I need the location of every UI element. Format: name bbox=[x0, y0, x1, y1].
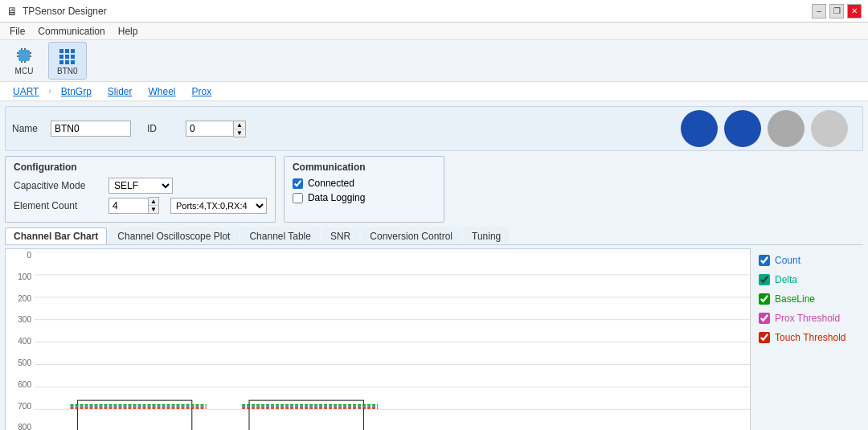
svg-rect-10 bbox=[65, 49, 69, 53]
legend-touch-label: Touch Threshold bbox=[775, 332, 846, 343]
element-count-spinner[interactable]: ▲ ▼ bbox=[108, 197, 159, 214]
y-axis: 1,000 900 800 700 600 500 400 300 200 10… bbox=[6, 249, 35, 430]
count-spin-up[interactable]: ▲ bbox=[149, 198, 158, 206]
connected-checkbox[interactable] bbox=[293, 178, 303, 189]
id-spin-buttons[interactable]: ▲ ▼ bbox=[234, 121, 246, 137]
legend-touch-threshold: Touch Threshold bbox=[759, 332, 855, 343]
id-input[interactable] bbox=[186, 121, 234, 137]
svg-rect-17 bbox=[71, 60, 75, 64]
close-button[interactable]: ✕ bbox=[847, 4, 862, 18]
y-label-600: 600 bbox=[6, 380, 31, 389]
nav-slider[interactable]: Slider bbox=[101, 84, 139, 99]
chart-legend: Count Delta BaseLine Prox Threshold Touc… bbox=[751, 248, 863, 430]
mcu-icon bbox=[14, 46, 34, 65]
capacitive-mode-select[interactable]: SELF bbox=[108, 178, 173, 194]
menu-bar: File Communication Help bbox=[0, 23, 868, 40]
menu-file[interactable]: File bbox=[3, 24, 31, 39]
minimize-button[interactable]: – bbox=[812, 4, 826, 18]
grid-svg bbox=[35, 252, 750, 430]
config-comm-row: Configuration Capacitive Mode SELF Eleme… bbox=[5, 156, 863, 223]
count-spin-down[interactable]: ▼ bbox=[149, 206, 158, 213]
legend-delta-label: Delta bbox=[775, 274, 797, 285]
chart-inner bbox=[35, 252, 750, 430]
nav-wheel[interactable]: Wheel bbox=[142, 84, 182, 99]
legend-count-checkbox[interactable] bbox=[759, 255, 770, 266]
data-logging-label: Data Logging bbox=[308, 192, 365, 203]
svg-rect-9 bbox=[59, 49, 63, 53]
element-count-input[interactable] bbox=[108, 198, 149, 214]
legend-baseline-checkbox[interactable] bbox=[759, 293, 770, 305]
menu-help[interactable]: Help bbox=[112, 24, 145, 39]
element-count-spin-buttons[interactable]: ▲ ▼ bbox=[149, 197, 159, 214]
main-content: Name ID ▲ ▼ Configuration Capaci bbox=[0, 101, 868, 430]
config-box: Configuration Capacitive Mode SELF Eleme… bbox=[5, 156, 276, 223]
y-label-100: 100 bbox=[6, 272, 31, 281]
circle-1 bbox=[681, 110, 718, 147]
btn0-label: BTN0 bbox=[57, 67, 78, 76]
capacitive-mode-label: Capacitive Mode bbox=[14, 180, 102, 191]
chart-container: 1,000 900 800 700 600 500 400 300 200 10… bbox=[5, 248, 751, 430]
tab-tuning[interactable]: Tuning bbox=[463, 227, 510, 244]
y-label-500: 500 bbox=[6, 358, 31, 367]
data-logging-checkbox[interactable] bbox=[293, 193, 303, 203]
legend-count-label: Count bbox=[775, 255, 800, 266]
legend-count: Count bbox=[759, 255, 855, 266]
legend-prox-checkbox[interactable] bbox=[759, 313, 770, 324]
data-logging-row: Data Logging bbox=[293, 192, 436, 203]
id-spinner[interactable]: ▲ ▼ bbox=[186, 121, 246, 137]
chart-area: 1,000 900 800 700 600 500 400 300 200 10… bbox=[5, 248, 863, 430]
circle-3 bbox=[768, 110, 805, 147]
name-field-group: Name bbox=[12, 121, 131, 137]
nav-bar: UART › BtnGrp Slider Wheel Prox bbox=[0, 82, 868, 101]
nav-btngrp[interactable]: BtnGrp bbox=[55, 84, 98, 99]
svg-rect-8 bbox=[24, 61, 26, 63]
mcu-label: MCU bbox=[15, 67, 34, 76]
tab-channel-table[interactable]: Channel Table bbox=[240, 227, 320, 244]
btn0-icon bbox=[58, 46, 77, 65]
id-label: ID bbox=[147, 123, 179, 134]
comm-box: Communication Connected Data Logging bbox=[284, 156, 444, 223]
toolbar: MCU BTN0 bbox=[0, 40, 868, 82]
tab-channel-oscilloscope[interactable]: Channel Oscilloscope Plot bbox=[108, 227, 239, 244]
svg-rect-4 bbox=[30, 55, 31, 57]
toolbar-mcu[interactable]: MCU bbox=[6, 43, 42, 79]
svg-rect-5 bbox=[21, 48, 23, 50]
id-field-group: ID ▲ ▼ bbox=[147, 121, 246, 137]
toolbar-btn0[interactable]: BTN0 bbox=[48, 42, 87, 80]
connected-label: Connected bbox=[308, 178, 354, 189]
name-input[interactable] bbox=[51, 121, 131, 137]
y-label-800: 800 bbox=[6, 423, 31, 430]
legend-prox-label: Prox Threshold bbox=[775, 313, 840, 324]
maximize-button[interactable]: ❐ bbox=[829, 4, 844, 18]
svg-rect-13 bbox=[65, 55, 69, 59]
legend-prox-threshold: Prox Threshold bbox=[759, 313, 855, 324]
svg-rect-15 bbox=[59, 60, 63, 64]
id-spin-down[interactable]: ▼ bbox=[234, 129, 245, 137]
nav-uart[interactable]: UART bbox=[6, 84, 45, 99]
y-label-700: 700 bbox=[6, 402, 31, 411]
element-count-row: Element Count ▲ ▼ Ports:4,TX:0,RX:4 bbox=[14, 197, 267, 214]
capacitive-mode-row: Capacitive Mode SELF bbox=[14, 178, 267, 194]
nav-prox[interactable]: Prox bbox=[186, 84, 219, 99]
title-bar: 🖥 TPSensor Designer – ❐ ✕ bbox=[0, 0, 868, 23]
legend-delta: Delta bbox=[759, 274, 855, 285]
tab-snr[interactable]: SNR bbox=[321, 227, 359, 244]
svg-rect-6 bbox=[24, 48, 26, 50]
svg-rect-1 bbox=[17, 52, 18, 54]
svg-rect-11 bbox=[71, 49, 75, 53]
legend-baseline: BaseLine bbox=[759, 293, 855, 305]
tab-channel-bar-chart[interactable]: Channel Bar Chart bbox=[5, 227, 107, 244]
tab-conversion-control[interactable]: Conversion Control bbox=[361, 227, 461, 244]
title-bar-controls: – ❐ ✕ bbox=[812, 4, 862, 18]
legend-delta-checkbox[interactable] bbox=[759, 274, 770, 285]
id-spin-up[interactable]: ▲ bbox=[234, 121, 245, 129]
app-icon: 🖥 bbox=[6, 5, 18, 18]
tabs-row: Channel Bar Chart Channel Oscilloscope P… bbox=[5, 227, 863, 245]
circles-area bbox=[681, 110, 856, 147]
legend-touch-checkbox[interactable] bbox=[759, 332, 770, 343]
circle-2 bbox=[724, 110, 761, 147]
y-label-200: 200 bbox=[6, 294, 31, 303]
app-title: TPSensor Designer bbox=[23, 6, 107, 17]
menu-communication[interactable]: Communication bbox=[31, 24, 111, 39]
ports-select[interactable]: Ports:4,TX:0,RX:4 bbox=[170, 198, 267, 214]
